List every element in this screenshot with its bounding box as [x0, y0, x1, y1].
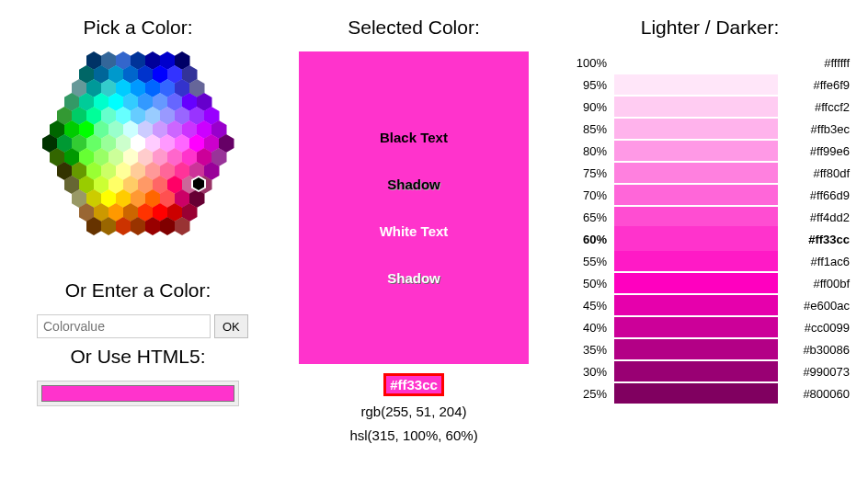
- ld-hex: #ffccf2: [778, 100, 850, 114]
- ld-swatch[interactable]: [614, 119, 778, 139]
- hexcell[interactable]: [160, 217, 176, 235]
- ld-swatch[interactable]: [614, 74, 778, 95]
- lighter-darker-table: 100%#ffffff95%#ffe6f990%#ffccf285%#ffb3e…: [570, 51, 850, 404]
- ld-percent: 70%: [570, 188, 614, 202]
- ld-row: 85%#ffb3ec: [570, 118, 850, 140]
- ld-hex: #ffffff: [778, 56, 850, 70]
- ld-hex: #ff80df: [778, 166, 850, 180]
- ld-percent: 75%: [570, 166, 614, 180]
- selected-color-swatch: Black Text Shadow White Text Shadow: [299, 51, 529, 364]
- lighter-darker-title: Lighter / Darker:: [570, 17, 850, 39]
- ld-swatch[interactable]: [614, 226, 778, 252]
- ld-row: 60%#ff33cc: [570, 228, 850, 250]
- ld-row: 75%#ff80df: [570, 162, 850, 184]
- hexcell[interactable]: [131, 217, 146, 235]
- ld-row: 50%#ff00bf: [570, 272, 850, 294]
- ld-percent: 35%: [570, 343, 614, 357]
- colorvalue-input[interactable]: [37, 314, 211, 338]
- hexcell[interactable]: [101, 217, 117, 235]
- ld-percent: 100%: [570, 56, 614, 70]
- ld-row: 70%#ff66d9: [570, 184, 850, 206]
- ld-swatch[interactable]: [614, 207, 778, 227]
- ld-row: 55%#ff1ac6: [570, 250, 850, 272]
- selected-hsl: hsl(315, 100%, 60%): [285, 424, 542, 448]
- ld-swatch[interactable]: [614, 295, 778, 315]
- ld-hex: #ff1ac6: [778, 255, 850, 268]
- ld-swatch[interactable]: [614, 97, 778, 117]
- ld-percent: 80%: [570, 144, 614, 158]
- enter-color-title: Or Enter a Color:: [18, 279, 257, 302]
- sample-black-shadow: Shadow: [299, 176, 529, 192]
- sample-black-text: Black Text: [299, 130, 529, 145]
- ld-swatch[interactable]: [614, 185, 778, 205]
- ld-hex: #ff66d9: [778, 188, 850, 202]
- ld-row: 100%#ffffff: [570, 51, 850, 74]
- selected-color-title: Selected Color:: [285, 17, 542, 39]
- hexcell[interactable]: [116, 217, 131, 235]
- ld-hex: #990073: [778, 365, 850, 379]
- ld-row: 65%#ff4dd2: [570, 206, 850, 228]
- ld-percent: 50%: [570, 277, 614, 290]
- ld-row: 25%#800060: [570, 382, 850, 404]
- ld-swatch[interactable]: [614, 52, 778, 73]
- hexagon-color-picker[interactable]: [38, 51, 238, 263]
- selected-rgb: rgb(255, 51, 204): [285, 400, 542, 424]
- ld-hex: #ff33cc: [778, 233, 850, 246]
- html5-color-input[interactable]: [41, 385, 234, 402]
- ld-hex: #ffb3ec: [778, 122, 850, 136]
- ld-row: 40%#cc0099: [570, 316, 850, 338]
- pick-color-title: Pick a Color:: [18, 17, 257, 39]
- ld-percent: 65%: [570, 211, 614, 224]
- ld-percent: 60%: [570, 233, 614, 246]
- html5-title: Or Use HTML5:: [18, 346, 257, 368]
- selected-hex-badge: #ff33cc: [383, 373, 444, 396]
- ok-button[interactable]: OK: [214, 314, 248, 338]
- ld-swatch[interactable]: [614, 163, 778, 183]
- ld-percent: 85%: [570, 122, 614, 136]
- ld-hex: #e600ac: [778, 299, 850, 313]
- ld-percent: 45%: [570, 299, 614, 313]
- ld-hex: #cc0099: [778, 321, 850, 335]
- ld-swatch[interactable]: [614, 273, 778, 293]
- hexcell[interactable]: [86, 217, 102, 235]
- ld-row: 80%#ff99e6: [570, 140, 850, 162]
- ld-swatch[interactable]: [614, 251, 778, 271]
- ld-percent: 30%: [570, 365, 614, 379]
- ld-row: 90%#ffccf2: [570, 96, 850, 118]
- sample-white-shadow: Shadow: [299, 270, 529, 286]
- html5-picker-wrapper: [37, 381, 239, 406]
- ld-row: 35%#b30086: [570, 338, 850, 360]
- ld-hex: #ffe6f9: [778, 78, 850, 92]
- ld-percent: 90%: [570, 100, 614, 114]
- ld-hex: #ff4dd2: [778, 211, 850, 224]
- ld-swatch[interactable]: [614, 383, 778, 404]
- sample-white-text: White Text: [299, 223, 529, 239]
- ld-row: 30%#990073: [570, 360, 850, 382]
- ld-swatch[interactable]: [614, 361, 778, 381]
- ld-swatch[interactable]: [614, 317, 778, 337]
- ld-row: 45%#e600ac: [570, 294, 850, 316]
- ld-swatch[interactable]: [614, 339, 778, 359]
- ld-hex: #b30086: [778, 343, 850, 357]
- ld-percent: 25%: [570, 387, 614, 401]
- ld-percent: 40%: [570, 321, 614, 335]
- ld-swatch[interactable]: [614, 141, 778, 161]
- hexcell[interactable]: [145, 217, 161, 235]
- ld-hex: #ff99e6: [778, 144, 850, 158]
- hexcell[interactable]: [175, 217, 190, 235]
- ld-percent: 95%: [570, 78, 614, 92]
- ld-hex: #ff00bf: [778, 277, 850, 290]
- ld-hex: #800060: [778, 387, 850, 401]
- ld-percent: 55%: [570, 255, 614, 268]
- ld-row: 95%#ffe6f9: [570, 74, 850, 96]
